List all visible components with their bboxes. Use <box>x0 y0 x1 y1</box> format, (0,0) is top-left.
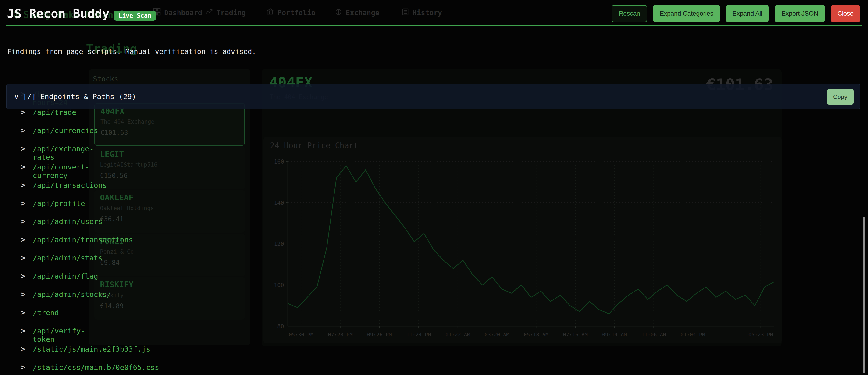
endpoint-path[interactable]: /api/profile <box>33 199 85 208</box>
section-title: ∨ [/] Endpoints & Paths (29) <box>14 84 136 109</box>
expand-arrow-icon[interactable]: > <box>21 217 25 225</box>
endpoint-path[interactable]: /api/admin/transactions <box>33 235 133 244</box>
close-button[interactable]: Close <box>831 5 860 22</box>
endpoint-path[interactable]: /api/trade <box>33 108 76 116</box>
expand-arrow-icon[interactable]: > <box>21 108 25 116</box>
expand-arrow-icon[interactable]: > <box>21 272 25 280</box>
screen: Shady Oaks Financial DashboardTradingPor… <box>0 0 868 375</box>
chevron-down-icon[interactable]: ∨ <box>14 92 19 101</box>
expand-all-button[interactable]: Expand All <box>726 5 769 22</box>
endpoint-path[interactable]: /trend <box>33 308 59 317</box>
header-buttons: Rescan Expand Categories Expand All Expo… <box>612 5 860 22</box>
rescan-button[interactable]: Rescan <box>612 5 647 22</box>
section-header-bar[interactable]: ∨ [/] Endpoints & Paths (29) Copy <box>6 84 860 109</box>
endpoint-path[interactable]: /api/verify-token <box>33 326 85 343</box>
endpoint-path[interactable]: /api/transactions <box>33 181 107 190</box>
expand-arrow-icon[interactable]: > <box>21 163 25 171</box>
expand-arrow-icon[interactable]: > <box>21 290 25 298</box>
expand-arrow-icon[interactable]: > <box>21 199 25 207</box>
endpoint-path[interactable]: /api/admin/stats <box>33 254 102 262</box>
endpoint-list: >/history?hours=24>/api/trade>/api/curre… <box>0 0 868 375</box>
endpoint-path[interactable]: /api/admin/stocks/ <box>33 290 111 298</box>
expand-categories-button[interactable]: Expand Categories <box>653 5 720 22</box>
endpoint-path[interactable]: /static/css/main.b70e0f65.css <box>33 363 159 372</box>
expand-arrow-icon[interactable]: > <box>21 181 25 189</box>
endpoint-path[interactable]: /api/convert-currency <box>33 163 90 179</box>
overlay-title: JS Recon Buddy <box>7 6 109 21</box>
expand-arrow-icon[interactable]: > <box>21 144 25 153</box>
endpoint-path[interactable]: /api/admin/users <box>33 217 102 226</box>
endpoint-path[interactable]: /api/exchange-rates <box>33 144 94 161</box>
scrollbar-thumb[interactable] <box>863 217 865 373</box>
endpoint-path[interactable]: /static/js/main.e2f3b33f.js <box>33 345 150 353</box>
live-scan-badge: Live Scan <box>114 11 156 21</box>
expand-arrow-icon[interactable]: > <box>21 363 25 371</box>
export-json-button[interactable]: Export JSON <box>775 5 825 22</box>
endpoint-path[interactable]: /api/admin/flag <box>33 272 98 280</box>
expand-arrow-icon[interactable]: > <box>21 308 25 317</box>
expand-arrow-icon[interactable]: > <box>21 235 25 243</box>
expand-arrow-icon[interactable]: > <box>21 254 25 262</box>
section-label: [/] Endpoints & Paths (29) <box>23 92 136 101</box>
copy-button[interactable]: Copy <box>827 89 854 105</box>
overlay-subtitle: Findings from page scripts. Manual verif… <box>7 48 256 56</box>
endpoint-path[interactable]: /api/currencies <box>33 126 98 135</box>
expand-arrow-icon[interactable]: > <box>21 126 25 135</box>
expand-arrow-icon[interactable]: > <box>21 345 25 353</box>
expand-arrow-icon[interactable]: > <box>21 326 25 335</box>
header-underline <box>6 25 862 26</box>
